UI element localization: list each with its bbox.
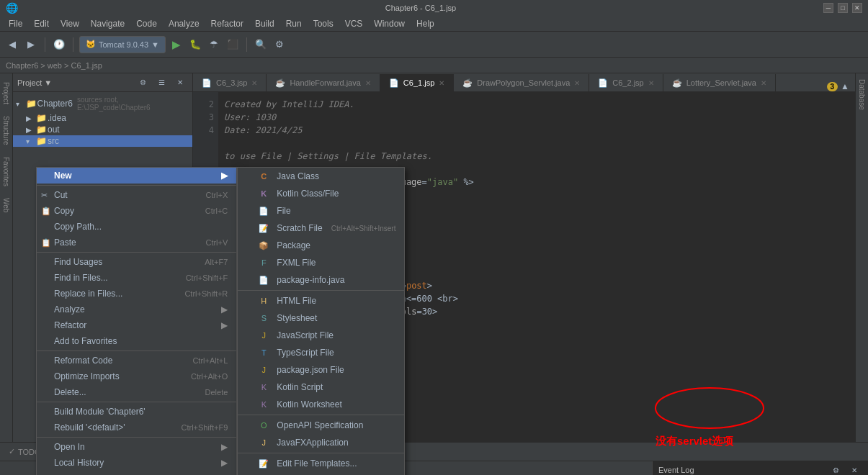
menu-run[interactable]: Run xyxy=(280,17,308,30)
cm-item-local-history[interactable]: Local History ▶ xyxy=(37,455,236,471)
cm-item-open-in[interactable]: Open In ▶ xyxy=(37,439,236,455)
event-log-settings-button[interactable]: ⚙ xyxy=(828,464,844,475)
cm-analyze-label: Analyze xyxy=(54,304,85,315)
cm-item-copy[interactable]: 📋 Copy Ctrl+C xyxy=(37,203,236,219)
sm-item-javafx[interactable]: J JavaFXApplication xyxy=(238,434,404,451)
sm-item-kotlin-class[interactable]: K Kotlin Class/File xyxy=(238,185,404,202)
sm-item-fxml[interactable]: F FXML File xyxy=(238,254,404,271)
sidebar-layout-button[interactable]: ☰ xyxy=(153,76,169,89)
stop-button[interactable]: ⬛ xyxy=(225,36,241,53)
forward-button[interactable]: ▶ xyxy=(23,36,39,53)
cm-item-find-usages[interactable]: Find Usages Alt+F7 xyxy=(37,254,236,270)
sm-item-package-json[interactable]: J package.json File xyxy=(238,361,404,379)
tab-c6-3[interactable]: 📄 C6_3.jsp ✕ xyxy=(193,74,267,91)
cm-copy-shortcut: Ctrl+C xyxy=(205,207,228,215)
cm-item-refactor[interactable]: Refactor ▶ xyxy=(37,317,236,333)
tab-close[interactable]: ✕ xyxy=(365,79,371,87)
sm-item-ts[interactable]: T TypeScript File xyxy=(238,344,404,361)
tab-handleforward[interactable]: ☕ HandleForward.java ✕ xyxy=(267,74,380,91)
favorites-tab[interactable]: Favorites xyxy=(2,154,10,189)
sm-item-js[interactable]: J JavaScript File xyxy=(238,327,404,344)
tab-c6-1[interactable]: 📄 C6_1.jsp ✕ xyxy=(380,74,454,91)
tree-item-chapter6[interactable]: ▾ 📁 Chapter6 sources root, E:\JSP_code\C… xyxy=(13,95,192,112)
debug-button[interactable]: 🐛 xyxy=(187,36,203,53)
sm-item-package[interactable]: 📦 Package xyxy=(238,237,404,254)
run-button[interactable]: ▶ xyxy=(169,36,184,53)
cm-item-new[interactable]: New ▶ xyxy=(37,168,236,184)
tab-close[interactable]: ✕ xyxy=(439,79,444,87)
back-button[interactable]: ◀ xyxy=(4,36,20,53)
cm-item-replace-in-files[interactable]: Replace in Files... Ctrl+Shift+R xyxy=(37,286,236,302)
sm-item-stylesheet[interactable]: S Stylesheet xyxy=(238,309,404,327)
menu-file[interactable]: File xyxy=(3,17,28,30)
cm-item-delete[interactable]: Delete... Delete xyxy=(37,384,236,400)
menu-vcs[interactable]: VCS xyxy=(339,17,369,30)
menu-build[interactable]: Build xyxy=(249,17,280,30)
tab-close[interactable]: ✕ xyxy=(761,79,766,87)
warnings-expand[interactable]: ▲ xyxy=(841,81,849,91)
cm-item-rebuild[interactable]: Rebuild '<default>' Ctrl+Shift+F9 xyxy=(37,420,236,435)
menu-navigate[interactable]: Navigate xyxy=(85,17,130,30)
sidebar-settings-button[interactable]: ⚙ xyxy=(135,76,151,89)
cm-item-add-favorites[interactable]: Add to Favorites xyxy=(37,333,236,349)
database-tab[interactable]: Database xyxy=(858,76,866,113)
sm-item-java-class[interactable]: C Java Class xyxy=(238,168,404,185)
cm-reformat-shortcut: Ctrl+Alt+L xyxy=(192,356,228,365)
menu-window[interactable]: Window xyxy=(368,17,411,30)
close-button[interactable]: ✕ xyxy=(852,3,862,13)
cm-item-reload-from-disk[interactable]: Reload from Disk xyxy=(37,471,236,475)
tomcat-selector[interactable]: 🐱 Tomcat 9.0.43 ▼ xyxy=(79,36,166,53)
maximize-button[interactable]: □ xyxy=(838,3,848,13)
search-everywhere-button[interactable]: 🔍 xyxy=(253,36,269,53)
tab-close[interactable]: ✕ xyxy=(648,79,654,87)
recent-files-button[interactable]: 🕐 xyxy=(51,36,67,53)
tree-item-src[interactable]: ▾ 📁 src xyxy=(13,135,192,147)
tab-drawpolygon[interactable]: ☕ DrawPolygon_Servlet.java ✕ xyxy=(454,74,589,91)
cm-item-optimize-imports[interactable]: Optimize Imports Ctrl+Alt+O xyxy=(37,368,236,384)
menu-code[interactable]: Code xyxy=(130,17,163,30)
tab-icon: ☕ xyxy=(275,78,285,88)
file-icon: 📄 xyxy=(258,205,269,217)
sm-item-html[interactable]: H HTML File xyxy=(238,292,404,309)
menu-help[interactable]: Help xyxy=(411,17,440,30)
tab-lottery[interactable]: ☕ Lottery_Servlet.java ✕ xyxy=(663,74,776,91)
sidebar-close-button[interactable]: ✕ xyxy=(172,76,188,89)
tree-item-out[interactable]: ▶ 📁 out xyxy=(13,124,192,135)
tree-item-idea[interactable]: ▶ 📁 .idea xyxy=(13,112,192,124)
tab-c6-2[interactable]: 📄 C6_2.jsp ✕ xyxy=(589,74,663,91)
cm-item-reformat[interactable]: Reformat Code Ctrl+Alt+L xyxy=(37,353,236,368)
sm-item-swing-designer[interactable]: S Swing UI Designer xyxy=(238,472,404,475)
coverage-button[interactable]: ☂ xyxy=(206,36,222,53)
tab-close[interactable]: ✕ xyxy=(251,79,257,87)
menu-tools[interactable]: Tools xyxy=(308,17,339,30)
sm-item-kotlin-worksheet[interactable]: K Kotlin Worksheet xyxy=(238,396,404,413)
window-controls[interactable]: ─ □ ✕ xyxy=(823,3,862,13)
sm-item-edit-templates[interactable]: 📝 Edit File Templates... xyxy=(238,455,404,472)
web-tab[interactable]: Web xyxy=(2,195,10,215)
event-log-close-button[interactable]: ✕ xyxy=(846,464,862,475)
menu-edit[interactable]: Edit xyxy=(28,17,55,30)
menu-analyze[interactable]: Analyze xyxy=(163,17,205,30)
structure-tab[interactable]: Structure xyxy=(2,113,10,148)
sm-item-scratch-file[interactable]: 📝 Scratch File Ctrl+Alt+Shift+Insert xyxy=(238,220,404,237)
minimize-button[interactable]: ─ xyxy=(823,3,833,13)
javafx-icon: J xyxy=(258,437,269,448)
settings-button[interactable]: ⚙ xyxy=(272,36,287,53)
menu-refactor[interactable]: Refactor xyxy=(205,17,249,30)
cm-item-paste[interactable]: 📋 Paste Ctrl+V xyxy=(37,235,236,250)
fxml-icon: F xyxy=(258,257,269,268)
sm-package-label: Package xyxy=(277,240,310,250)
sm-item-package-info[interactable]: 📄 package-info.java xyxy=(238,271,404,289)
cm-item-copy-path[interactable]: Copy Path... xyxy=(37,219,236,235)
sm-item-kotlin-script[interactable]: K Kotlin Script xyxy=(238,379,404,396)
cm-item-build-module[interactable]: Build Module 'Chapter6' xyxy=(37,404,236,420)
cm-item-find-in-files[interactable]: Find in Files... Ctrl+Shift+F xyxy=(37,270,236,286)
cm-item-cut[interactable]: ✂ Cut Ctrl+X xyxy=(37,187,236,203)
cm-item-analyze[interactable]: Analyze ▶ xyxy=(37,302,236,317)
tab-close[interactable]: ✕ xyxy=(574,79,580,87)
menu-view[interactable]: View xyxy=(55,17,85,30)
sm-item-file[interactable]: 📄 File xyxy=(238,202,404,220)
project-tab[interactable]: Project xyxy=(2,79,10,107)
sm-item-openapi[interactable]: O OpenAPI Specification xyxy=(238,417,404,434)
cm-find-usages-label: Find Usages xyxy=(54,257,102,267)
